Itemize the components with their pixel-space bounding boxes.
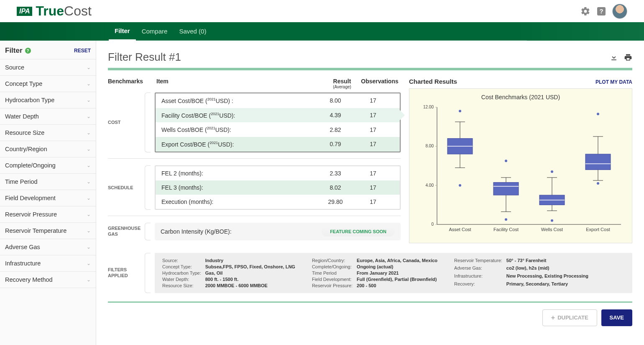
filters-applied-label: FILTERS APPLIED [108,267,141,278]
nav-tab-filter[interactable]: Filter [109,22,136,41]
logo: IPA TrueCost [17,3,92,19]
table-row[interactable]: Asset Cost/BOE (2021USD) :8.0017 [156,93,400,108]
svg-point-45 [597,113,599,115]
filter-item-resource-size[interactable]: Resource Size⌄ [0,124,96,141]
filter-item-reservoir-temperature[interactable]: Reservoir Temperature⌄ [0,222,96,239]
chart-heading: Charted Results [409,78,457,85]
svg-text:4.00: 4.00 [426,183,434,188]
table-row[interactable]: Execution (months):29.8017 [156,195,400,209]
avatar[interactable] [612,4,627,19]
chevron-down-icon: ⌄ [87,211,91,217]
svg-point-18 [459,110,461,112]
filter-item-source[interactable]: Source⌄ [0,59,96,75]
filter-item-water-depth[interactable]: Water Depth⌄ [0,108,96,124]
save-button[interactable]: SAVE [601,309,632,326]
divider [108,158,401,159]
chevron-down-icon: ⌄ [87,244,91,250]
chart-panel: Cost Benchmarks (2021 USD) 04.008.0012.0… [409,88,632,243]
logo-badge: IPA [17,7,32,16]
help-icon[interactable]: ? [596,6,606,16]
divider [108,216,401,216]
filter-item-adverse-gas[interactable]: Adverse Gas⌄ [0,239,96,255]
chart-title: Cost Benchmarks (2021 USD) [414,94,627,100]
bracket [145,253,151,293]
filter-item-reservoir-pressure[interactable]: Reservoir Pressure⌄ [0,206,96,222]
svg-point-27 [505,160,507,162]
cost-table: Asset Cost/BOE (2021USD) :8.0017Facility… [155,93,401,152]
plus-icon: + [551,314,555,322]
app-header: IPA TrueCost ? [0,0,644,22]
svg-point-36 [551,170,553,173]
svg-point-37 [551,219,553,222]
logo-text: TrueCost [36,3,91,19]
main-content: Filter Result #1 Benchmarks Item Result(… [96,41,644,345]
plot-my-data-link[interactable]: PLOT MY DATA [595,79,632,85]
chevron-down-icon: ⌄ [87,195,91,201]
svg-point-28 [505,218,507,221]
filters-column: Region/Country:Europe, Asia, Africa, Can… [312,258,437,288]
svg-text:12.00: 12.00 [423,105,434,109]
chevron-down-icon: ⌄ [87,260,91,266]
chevron-down-icon: ⌄ [87,81,91,87]
nav-tab-compare[interactable]: Compare [136,23,174,40]
help-icon[interactable]: ? [25,48,31,54]
bracket [145,165,151,210]
filter-item-country-region[interactable]: Country/Region⌄ [0,141,96,157]
svg-text:Facility Cost: Facility Cost [493,227,519,232]
nav-tab-saved-[interactable]: Saved (0) [173,23,212,40]
section-label-cost: COST [108,120,141,125]
filter-item-field-development[interactable]: Field Development⌄ [0,190,96,206]
bracket [145,223,151,240]
page-title: Filter Result #1 [108,51,181,64]
chevron-down-icon: ⌄ [87,228,91,234]
boxplot-chart: 04.008.0012.00Asset CostFacility CostWel… [414,103,627,237]
filter-item-infrastructure[interactable]: Infrastructure⌄ [0,255,96,271]
table-row[interactable]: Wells Cost/BOE (2021USD):2.8217 [156,122,400,137]
svg-text:Asset Cost: Asset Cost [449,227,471,232]
reset-button[interactable]: RESET [74,48,91,54]
benchmarks-label: Benchmarks [108,78,145,85]
chevron-down-icon: ⌄ [87,146,91,152]
chevron-down-icon: ⌄ [87,97,91,103]
section-label-schedule: SCHEDULE [108,185,141,190]
header-actions: ? [580,4,627,19]
chevron-down-icon: ⌄ [87,113,91,119]
chevron-down-icon: ⌄ [87,64,91,70]
filter-sidebar: Filter ? RESET Source⌄Concept Type⌄Hydro… [0,41,96,345]
coming-soon-pill: FEATURE COMING SOON [322,227,395,237]
download-icon[interactable] [610,53,618,62]
filter-item-recovery-method[interactable]: Recovery Method⌄ [0,271,96,288]
svg-rect-43 [585,154,611,170]
table-row[interactable]: Export Cost/BOE (2021USD):0.7917 [156,137,400,152]
print-icon[interactable] [624,53,632,62]
filter-item-complete-ongoing[interactable]: Complete/Ongoing⌄ [0,157,96,173]
filter-item-time-period[interactable]: Time Period⌄ [0,173,96,190]
chevron-down-icon: ⌄ [87,130,91,136]
svg-text:?: ? [599,8,603,15]
svg-text:0: 0 [431,222,434,227]
sidebar-title: Filter ? [5,46,31,55]
duplicate-button[interactable]: + DUPLICATE [542,309,597,326]
svg-text:Export Cost: Export Cost [586,227,610,232]
ghg-item: Carbon Intensity (Kg/BOE): [161,228,322,235]
chevron-down-icon: ⌄ [87,277,91,283]
svg-point-46 [597,182,599,185]
nav-bar: FilterCompareSaved (0) [0,22,644,41]
filters-applied-box: Source:IndustryConcept Type:Subsea,FPS, … [155,253,632,293]
filter-item-hydrocarbon-type[interactable]: Hydrocarbon Type⌄ [0,92,96,108]
section-label-ghg: GREENHOUSE GAS [108,226,141,237]
divider [108,301,632,303]
table-row[interactable]: FEL 2 (months):2.3317 [156,166,400,180]
filter-item-concept-type[interactable]: Concept Type⌄ [0,75,96,92]
table-row[interactable]: FEL 3 (months):8.0217 [156,180,400,195]
svg-text:8.00: 8.00 [426,144,434,148]
divider [108,68,632,70]
table-row[interactable]: Facility Cost/BOE (2021USD):4.3917 [156,108,400,123]
filters-column: Reservoir Temperature:50° - 73° Farenhei… [454,258,588,288]
ghg-box: Carbon Intensity (Kg/BOE): FEATURE COMIN… [155,223,401,240]
chevron-down-icon: ⌄ [87,162,91,168]
svg-point-19 [459,184,461,187]
gear-icon[interactable] [580,6,590,16]
svg-text:Wells Cost: Wells Cost [541,227,563,232]
svg-rect-25 [493,183,519,195]
